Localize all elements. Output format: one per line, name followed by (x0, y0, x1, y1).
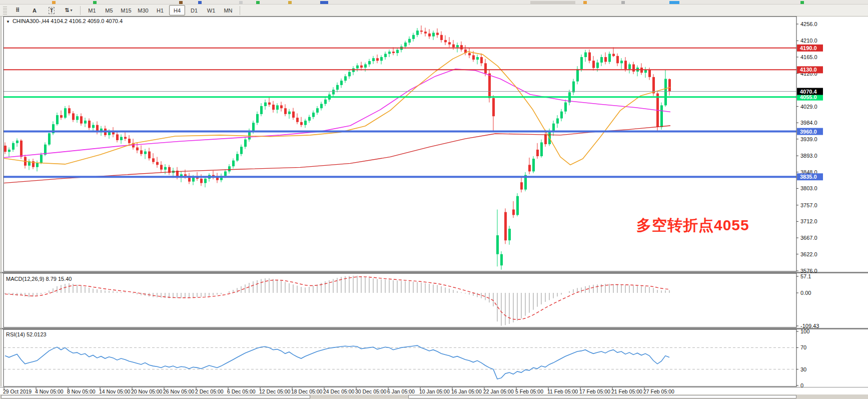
candle-body (552, 124, 555, 132)
candle-body (64, 108, 67, 118)
candle-body (432, 33, 435, 36)
rsi-panel[interactable] (4, 329, 796, 386)
candle-body (144, 152, 147, 154)
price-axis-label: 3667.0 (800, 235, 817, 241)
candle-body (48, 133, 51, 145)
candle-body (136, 148, 139, 151)
current-price-label: 4070.4 (800, 89, 817, 95)
candle-body (508, 229, 511, 240)
candle-body (124, 137, 127, 139)
candle-body (160, 165, 163, 169)
candle-body (340, 81, 343, 85)
candle-body (396, 50, 399, 54)
candle-body (668, 79, 671, 92)
candle-body (580, 57, 583, 69)
price-axis-label: 3939.0 (800, 136, 817, 142)
macd-indicator-label: MACD(12,26,9) 8.79 15.40 (6, 276, 72, 282)
collapse-triangle-icon[interactable]: ▼ (6, 20, 10, 24)
candle-body (4, 146, 7, 152)
rsi-axis-label: 30 (800, 366, 806, 372)
candle-body (452, 45, 455, 48)
date-axis-label: 10 Jan 05:00 (419, 388, 450, 394)
candle-body (448, 42, 451, 44)
candle-body (484, 63, 487, 73)
candle-body (284, 108, 287, 114)
candle-body (84, 121, 87, 124)
level-price-label: 3835.0 (800, 174, 817, 180)
candle-body (440, 35, 443, 40)
date-axis-label: 11 Feb 05:00 (547, 388, 578, 394)
price-axis-label: 3622.0 (800, 251, 817, 257)
candle-body (652, 77, 655, 94)
date-axis-label: 18 Dec 05:00 (291, 388, 323, 394)
candle-body (628, 65, 631, 69)
candle-body (260, 106, 263, 114)
price-axis-label: 4165.0 (800, 54, 817, 60)
candle-body (304, 121, 307, 125)
candle-body (456, 45, 459, 47)
candle-body (152, 158, 155, 162)
candle-body (236, 154, 239, 161)
panel-separator[interactable] (0, 387, 868, 387)
candle-body (8, 150, 11, 152)
candle-body (624, 61, 627, 69)
candle-body (344, 76, 347, 81)
price-axis-label: 3757.0 (800, 202, 817, 208)
candle-body (664, 79, 667, 106)
date-axis-label: 26 Nov 05:00 (163, 388, 195, 394)
rsi-axis-label: 100 (800, 328, 809, 334)
date-axis-label: 8 Nov 05:00 (67, 388, 96, 394)
date-axis-label: 16 Jan 05:00 (451, 388, 482, 394)
candle-body (476, 57, 479, 60)
chart-canvas[interactable]: 4256.04210.04165.04120.04029.03984.03939… (0, 0, 868, 399)
candle-body (408, 39, 411, 43)
date-axis-label: 22 Jan 05:00 (483, 388, 514, 394)
rsi-axis-label: 0 (800, 382, 803, 388)
candle-body (248, 132, 251, 140)
candle-body (296, 118, 299, 122)
candle-body (620, 61, 623, 63)
price-axis-label: 4210.0 (800, 38, 817, 44)
candle-body (128, 139, 131, 143)
candle-body (444, 40, 447, 42)
price-axis-label: 3803.0 (800, 185, 817, 191)
candle-body (320, 104, 323, 109)
candle-body (572, 82, 575, 93)
candle-body (252, 123, 255, 131)
candle-body (648, 70, 651, 77)
candle-body (412, 35, 415, 39)
candle-body (596, 63, 599, 68)
candle-body (604, 57, 607, 62)
chart-annotation-text: 多空转折点4055 (636, 215, 749, 236)
candle-body (184, 174, 187, 176)
clipped-window-edge (1, 395, 310, 398)
date-axis-label: 29 Oct 2019 (3, 388, 32, 394)
candle-body (356, 66, 359, 69)
candle-body (660, 105, 663, 127)
macd-panel[interactable] (4, 273, 796, 327)
symbol-ohlc-text: CHINA300-,H4 4104.2 4106.2 4059.0 4070.4 (13, 18, 123, 24)
price-axis-label: 3984.0 (800, 120, 817, 126)
price-axis-label: 3712.0 (800, 218, 817, 224)
candle-body (312, 113, 315, 117)
candle-body (500, 254, 503, 266)
candle-body (280, 105, 283, 108)
candle-body (520, 182, 523, 190)
candle-body (544, 134, 547, 144)
candle-body (204, 179, 207, 183)
candle-body (140, 150, 143, 154)
macd-axis-label: 0.00 (800, 290, 811, 296)
candle-body (80, 116, 83, 124)
candle-body (192, 177, 195, 182)
candle-body (60, 115, 63, 118)
date-axis-label: 17 Feb 05:00 (579, 388, 610, 394)
clipped-bottom-windows (0, 394, 868, 399)
candle-body (324, 100, 327, 104)
level-price-label: 4190.0 (800, 45, 817, 51)
candle-body (232, 161, 235, 167)
candle-body (368, 61, 371, 65)
candle-body (88, 121, 91, 128)
candle-body (36, 163, 39, 167)
price-axis-label: 3893.0 (800, 153, 817, 159)
date-axis-label: 4 Nov 05:00 (35, 388, 64, 394)
